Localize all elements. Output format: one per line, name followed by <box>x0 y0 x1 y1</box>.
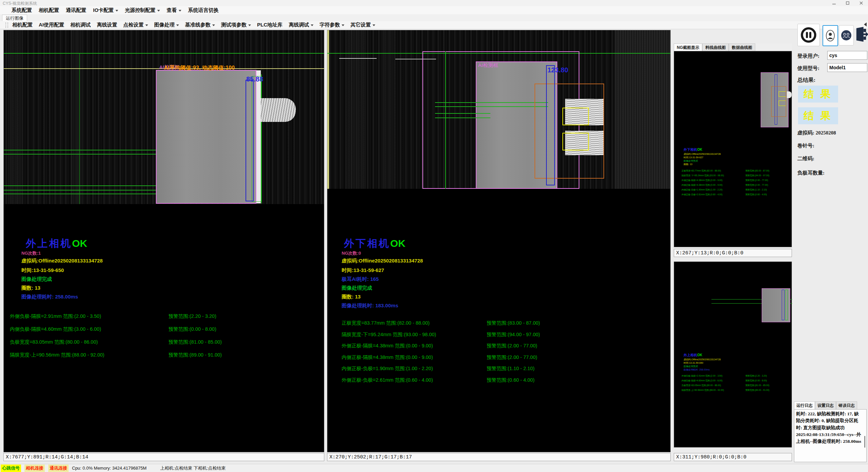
tab-data-curve[interactable]: 数据曲线图 <box>729 43 755 51</box>
mini-virtual-code: 虚拟码:Offline20250208133134728 <box>684 152 721 156</box>
maximize-icon[interactable] <box>841 0 854 6</box>
menu-comm-config[interactable]: 通讯配置 <box>66 7 86 14</box>
warn-range-text: 预警范围:(0.60 - 4.00) <box>487 377 535 383</box>
mini-blue-box <box>782 290 784 320</box>
measurement-text: 负极宽度=83.05mm 范围:(80.00 - 86.00) <box>10 339 98 345</box>
left-camera-image[interactable]: AI检测框 AI平均阈值:93, 动态阈值:100 85.88 <box>4 30 324 204</box>
overlay-line <box>4 190 157 190</box>
tool-offline-debug[interactable]: 离线调试 <box>289 22 313 28</box>
tab-ng-screenshot[interactable]: NG截图显示 <box>674 43 702 51</box>
chevron-down-icon <box>115 10 118 12</box>
process-done: 图像处理完成 <box>21 276 52 283</box>
mini-process-done: 图像处理完成 <box>684 365 698 368</box>
menu-system-config[interactable]: 系统配置 <box>12 7 32 14</box>
logout-button[interactable] <box>855 24 868 45</box>
tool-plc-address-lib[interactable]: PLC地址库 <box>257 22 283 28</box>
measurement-text: 外侧正极-负极=2.61mm 范围:(0.60 - 4.00) <box>342 377 433 383</box>
login-user-input[interactable]: cys <box>827 51 867 60</box>
minimize-icon[interactable] <box>827 0 841 6</box>
camera-result-title: 外上相机OK <box>26 237 87 251</box>
total-result-label: 总结果: <box>797 77 815 84</box>
warn-range-text: 预警范围:(2.00 - 77.00) <box>487 343 537 349</box>
tool-baseline-params[interactable]: 基准线参数 <box>185 22 215 28</box>
user-group-icon <box>840 30 852 41</box>
yellow-tab-box <box>562 133 589 150</box>
mini-capture-time: 时间:13-31-59-627 <box>684 156 703 159</box>
mini-measure: 预警范围:(2.00 - 77.00) <box>745 179 768 182</box>
ai-box-label: AI检测框 <box>478 62 498 69</box>
mini-measure: 预警范围:(1.10 - 2.10) <box>745 188 767 192</box>
mini-orange-box <box>771 86 786 117</box>
close-icon[interactable] <box>854 0 868 6</box>
tool-offline-settings[interactable]: 离线设置 <box>97 22 117 28</box>
gray-dash <box>339 58 377 59</box>
texture-band <box>348 30 366 189</box>
mid-camera-image[interactable]: AI检测框 123.80 <box>327 30 670 189</box>
run-log-box[interactable]: 耗时: 222, 缺陷检测耗时: 17, 缺陷分类耗时: 0, 缺陷提取分区耗时… <box>794 409 867 462</box>
measure-value: 123.80 <box>547 66 568 74</box>
metal-pin <box>261 98 296 122</box>
user-group-button[interactable] <box>839 25 854 46</box>
neg-tab-count-label: 负极耳数量: <box>797 170 825 176</box>
pause-button[interactable] <box>797 24 820 46</box>
ng-count: NG次数:1 <box>21 250 41 256</box>
tab-error-log[interactable]: 错误日志 <box>836 401 857 410</box>
left-camera-panel[interactable]: AI检测框 AI平均阈值:93, 动态阈值:100 85.88 外上相机OK N… <box>3 30 324 452</box>
camera-result-title: 外下相机OK <box>344 237 405 251</box>
mid-camera-panel[interactable]: AI检测框 123.80 外下相机OK NG次数:0 虚拟码:Offline20… <box>327 30 671 452</box>
loop-count: 圈数: 13 <box>342 294 361 300</box>
menu-camera-config[interactable]: 相机配置 <box>39 7 59 14</box>
chevron-down-icon <box>179 10 181 12</box>
texture-band <box>72 30 82 204</box>
ng-thumbnail-2[interactable]: 外上相机OK 虚拟码:Offline20250208133134728 时间:1… <box>674 261 792 448</box>
mini-loop-count: 圈数: 13 <box>684 163 692 166</box>
loop-count: 圈数: 13 <box>21 285 40 291</box>
tool-other-settings[interactable]: 其它设置 <box>350 22 375 28</box>
warn-range-text: 预警范围:(2.00 - 77.00) <box>487 354 537 361</box>
model-input[interactable]: Model1 <box>827 63 867 72</box>
thumb1-pixel-coords: X:267;Y:13;R:0;G:0;B:0 <box>674 249 792 257</box>
tool-test-item-params[interactable]: 测试项参数 <box>221 22 251 28</box>
tab-run-image[interactable]: 运行图像 <box>2 15 27 21</box>
chevron-down-icon <box>248 24 251 26</box>
mini-process-done: 图像处理完成 <box>684 159 698 163</box>
tab-settings-log[interactable]: 设置日志 <box>815 401 836 410</box>
mini-camera-title: 外上相机OK <box>684 353 702 358</box>
tab-line-curve[interactable]: 料线曲线图 <box>702 43 729 51</box>
status-bar: 心跳信号 相机连接 通讯连接 Cpu: 0.0% Memory: 3424.41… <box>0 464 868 472</box>
menu-language-switch[interactable]: 系统语言切换 <box>188 7 219 14</box>
ai-threshold-text: AI平均阈值:93, 动态阈值:100 <box>164 65 235 72</box>
mini-measure: 预警范围:(94.00 - 97.00) <box>745 174 769 177</box>
specimen-region <box>156 70 256 204</box>
user-button[interactable] <box>822 25 838 46</box>
mini-measure: 预警范围:(0.00 - 8.00) <box>745 379 767 382</box>
ng-count: NG次数:0 <box>342 250 361 256</box>
edge-strip <box>327 30 329 189</box>
spot-check-status: 上相机:点检结束 下相机:点检结束 <box>160 465 226 471</box>
menu-light-control-config[interactable]: 光源控制配置 <box>125 7 160 14</box>
tool-camera-config[interactable]: 相机配置 <box>12 22 33 28</box>
tool-camera-debug[interactable]: 相机调试 <box>70 22 91 28</box>
toolbar: 相机配置 AI使用配置 相机调试 离线设置 点检设置 图像处理 基准线参数 测试… <box>0 21 868 29</box>
ng-thumbnail-1[interactable]: 外下相机OK 虚拟码:Offline20250208133134728 时间:1… <box>674 51 792 247</box>
menu-view[interactable]: 查看 <box>167 7 181 14</box>
warn-range-text: 预警范围:(1.10 - 2.10) <box>487 365 535 372</box>
mini-measure: 正极宽度=83.77mm 范围:(82.00 - 88.00) <box>682 169 721 173</box>
tool-char-params[interactable]: 字符参数 <box>320 22 344 28</box>
user-icon <box>825 28 835 43</box>
log-scrollbar[interactable] <box>864 436 865 448</box>
tool-ai-use-config[interactable]: AI使用配置 <box>39 22 64 28</box>
measurement-text: 隔膜宽度-下=95.24mm 范围:(93.00 - 98.00) <box>342 331 436 338</box>
tool-image-processing[interactable]: 图像处理 <box>154 22 179 28</box>
window-title: CYS-视觉检测系统 <box>3 1 37 6</box>
process-done: 图像处理完成 <box>342 285 372 291</box>
menu-io-card-config[interactable]: IO卡配置 <box>93 7 118 14</box>
ng-view-tabs: NG截图显示 料线曲线图 数据曲线图 <box>674 43 792 51</box>
tool-spot-check[interactable]: 点检设置 <box>123 22 148 28</box>
menu-bar: 系统配置 相机配置 通讯配置 IO卡配置 光源控制配置 查看 系统语言切换 <box>0 6 868 14</box>
mini-measure: 隔膜宽度-上=90.56mm 范围:(88.00 - 92.00) <box>682 389 724 392</box>
process-elapsed: 图像处理耗时: 183.00ms <box>342 303 398 309</box>
overlay-line <box>79 53 80 204</box>
mid-pixel-coords: X:270;Y:2502;R:17;G:17;B:17 <box>327 453 671 461</box>
tab-run-log[interactable]: 运行日志 <box>794 401 815 410</box>
